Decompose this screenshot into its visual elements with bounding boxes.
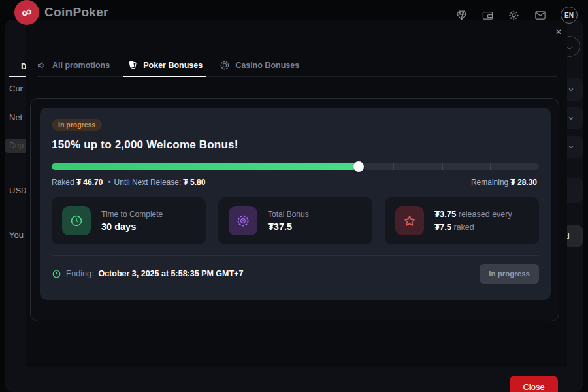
mail-icon[interactable]	[534, 9, 547, 22]
star-icon	[395, 206, 424, 235]
promotions-panel: ✕ All promotions Poker Bonuses Casino Bo…	[26, 20, 567, 367]
coinpoker-logo-icon: ∞	[14, 0, 39, 25]
tab-all-promotions[interactable]: All promotions	[37, 54, 110, 76]
progress-tick	[442, 163, 443, 170]
tile-label: Time to Complete	[101, 210, 163, 219]
close-button[interactable]: Close	[510, 376, 558, 392]
card-divider	[52, 255, 539, 256]
card-footer: Ending: October 3, 2025 at 5:58:35 PM GM…	[52, 264, 539, 284]
progress-fill	[52, 163, 359, 170]
bonus-title: 150% up to 2,000 Welcome Bonus!	[52, 139, 539, 152]
progress-thumb[interactable]	[353, 161, 364, 172]
raked-stats: Raked₮ 46.70•Until Next Release:₮ 5.80	[52, 178, 207, 187]
tile-value: ₮37.5	[268, 221, 309, 232]
usd-label-fragment: USD	[9, 186, 27, 195]
clock-icon	[62, 206, 91, 235]
tab-poker-bonuses[interactable]: Poker Bonuses	[127, 54, 203, 76]
progress-bar[interactable]	[52, 163, 539, 170]
tile-release-rate: ₮3.75 released every ₮7.5 raked	[385, 197, 539, 244]
currency-label-fragment: Cur	[9, 84, 23, 93]
cards-icon	[127, 59, 138, 71]
ending-info: Ending: October 3, 2025 at 5:58:35 PM GM…	[52, 269, 243, 279]
ending-label: Ending:	[66, 269, 93, 278]
you-label-fragment: You	[9, 230, 24, 240]
brand-name: CoinPoker	[44, 5, 108, 20]
chip-icon	[220, 60, 230, 71]
network-label-fragment: Net	[9, 112, 22, 122]
gear-icon[interactable]	[508, 9, 520, 22]
language-button[interactable]: EN	[561, 7, 578, 24]
deposit-address-chip-fragment: Dep	[5, 139, 27, 153]
brand[interactable]: ∞ CoinPoker	[14, 0, 108, 25]
tab-label: Poker Bonuses	[143, 61, 203, 70]
tile-value: 30 days	[101, 221, 163, 232]
chevron-down-icon	[567, 114, 575, 122]
app-window: D Cur Net Dep USD You d Close ✕ All prom…	[0, 0, 588, 392]
ending-value: October 3, 2025 at 5:58:35 PM GMT+7	[98, 269, 243, 278]
close-icon[interactable]: ✕	[555, 27, 562, 37]
topbar: ∞ CoinPoker EN	[0, 0, 588, 27]
tab-casino-bonuses[interactable]: Casino Bonuses	[220, 54, 299, 76]
remaining-stats: Remaining₮ 28.30	[471, 178, 539, 187]
promotions-tabs: All promotions Poker Bonuses Casino Bonu…	[37, 54, 557, 77]
progress-tick	[393, 163, 394, 170]
chevron-down-icon	[567, 143, 575, 151]
tab-label: All promotions	[52, 61, 110, 70]
in-progress-button[interactable]: In progress	[480, 264, 539, 284]
megaphone-icon	[37, 60, 47, 71]
chevron-down-icon	[567, 86, 575, 93]
topbar-icons: EN	[455, 7, 578, 24]
tile-total-bonus: Total Bonus ₮37.5	[218, 197, 372, 244]
status-badge: In progress	[52, 119, 102, 131]
tile-release-text: ₮3.75 released every ₮7.5 raked	[434, 208, 512, 234]
gem-icon[interactable]	[455, 9, 468, 22]
progress-stats: Raked₮ 46.70•Until Next Release:₮ 5.80 R…	[52, 178, 539, 187]
bonus-card-inner: In progress 150% up to 2,000 Welcome Bon…	[40, 108, 551, 300]
wallet-icon[interactable]	[482, 9, 494, 22]
tab-label: Casino Bonuses	[235, 61, 299, 70]
bonus-tiles: Time to Complete 30 days Total Bonus ₮37…	[52, 197, 539, 244]
tile-time-to-complete: Time to Complete 30 days	[52, 197, 206, 244]
poker-chip-icon	[229, 206, 257, 235]
progress-tick	[490, 163, 491, 170]
tile-label: Total Bonus	[268, 210, 309, 219]
bonus-card: In progress 150% up to 2,000 Welcome Bon…	[30, 98, 559, 321]
clock-icon	[52, 269, 61, 279]
